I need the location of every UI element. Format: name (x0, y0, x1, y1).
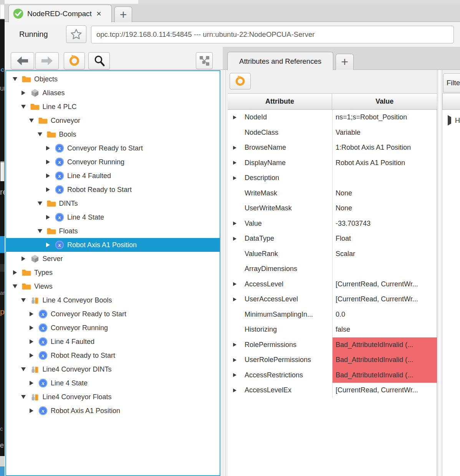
attribute-row[interactable]: ValueRankScalar (228, 246, 437, 262)
attribute-name-cell[interactable]: Description (228, 170, 332, 186)
tree-item[interactable]: Line4 Conveyor DINTs (6, 362, 220, 376)
tree-item[interactable]: Types (6, 266, 220, 279)
tree-item[interactable]: xConveyor Ready to Start (6, 141, 220, 155)
attribute-value-cell[interactable]: None (332, 186, 437, 201)
expand-arrow[interactable] (232, 116, 238, 119)
attribute-value-cell[interactable]: None (332, 201, 437, 216)
expand-arrow[interactable] (232, 146, 238, 150)
new-tab-button[interactable]: + (114, 7, 132, 22)
attribute-name-cell[interactable]: Historizing (228, 322, 332, 337)
tree-item[interactable]: DINTs (6, 197, 220, 210)
attribute-value-cell[interactable]: Bad_AttributeIdInvalid (... (332, 337, 437, 353)
expand-arrow[interactable] (45, 215, 51, 220)
attribute-row[interactable]: NodeIdns=1;s=Robot_Position (228, 110, 437, 125)
expand-arrow[interactable] (45, 160, 51, 164)
attribute-value-cell[interactable]: Bad_AttributeIdInvalid (... (332, 352, 437, 368)
new-attributes-tab-button[interactable]: + (336, 54, 354, 70)
tree-item[interactable]: xConveyor Running (6, 321, 220, 335)
expand-arrow[interactable] (37, 132, 43, 136)
attribute-name-cell[interactable]: AccessLevel (228, 277, 332, 292)
tree-item[interactable]: Objects (6, 72, 220, 86)
server-address-field[interactable]: opc.tcp://192.168.0.114:54845 --- urn:ub… (91, 26, 454, 43)
attribute-name-cell[interactable]: NodeClass (228, 125, 332, 140)
expand-arrow[interactable] (37, 229, 43, 233)
expand-arrow[interactable] (28, 381, 35, 385)
attribute-row[interactable]: DisplayNameRobot Axis A1 Position (228, 155, 437, 171)
search-button[interactable] (88, 52, 110, 69)
expand-arrow[interactable] (37, 202, 43, 205)
attribute-row[interactable]: Historizingfalse (228, 322, 437, 337)
attribute-value-cell[interactable]: Bad_AttributeIdInvalid (... (332, 368, 437, 383)
attribute-value-cell[interactable]: Float (332, 231, 437, 246)
tree-item[interactable]: Line4 Conveyor Floats (6, 390, 220, 404)
tab-attributes-and-references[interactable]: Attributes and References (227, 52, 333, 70)
tab-nodered-compact[interactable]: NodeRED-Compact × (8, 5, 112, 22)
references-filter[interactable]: Filte (443, 73, 460, 93)
attribute-row[interactable]: MinimumSamplingIn...0.0 (228, 307, 437, 322)
expand-arrow[interactable] (45, 174, 51, 178)
attribute-value-cell[interactable]: ns=1;s=Robot_Position (332, 110, 437, 125)
expand-arrow[interactable] (448, 117, 451, 124)
tree-item[interactable]: xLine 4 State (6, 210, 220, 224)
attribute-name-cell[interactable]: DisplayName (228, 155, 332, 171)
expand-arrow[interactable] (45, 243, 51, 247)
expand-arrow[interactable] (232, 237, 238, 241)
attribute-row[interactable]: UserAccessLevel[CurrentRead, CurrentWr..… (228, 292, 437, 307)
tree-item[interactable]: xLine 4 Faulted (6, 335, 220, 349)
expand-arrow[interactable] (20, 105, 26, 109)
attribute-row[interactable]: Description (228, 170, 437, 186)
expand-arrow[interactable] (28, 326, 35, 330)
attribute-name-cell[interactable]: WriteMask (228, 186, 332, 201)
tree-item[interactable]: xRobot Ready to Start (6, 183, 220, 197)
expand-arrow[interactable] (232, 358, 238, 362)
attribute-row[interactable]: Value-33.703743 (228, 216, 437, 231)
tree-item[interactable]: Floats (6, 224, 220, 238)
tree-item[interactable]: Aliases (6, 86, 220, 100)
expand-arrow[interactable] (232, 343, 238, 347)
attribute-row[interactable]: UserRolePermissionsBad_AttributeIdInvali… (228, 352, 437, 368)
expand-arrow[interactable] (232, 388, 238, 392)
expand-arrow[interactable] (28, 312, 35, 316)
tree-item[interactable]: xConveyor Running (6, 155, 220, 169)
column-header-attribute[interactable]: Attribute (228, 93, 332, 110)
expand-arrow[interactable] (232, 373, 238, 377)
attribute-value-cell[interactable]: [CurrentRead, CurrentWr... (332, 383, 437, 398)
attribute-row[interactable]: RolePermissionsBad_AttributeIdInvalid (.… (228, 337, 437, 353)
expand-arrow[interactable] (232, 176, 238, 180)
expand-arrow[interactable] (20, 91, 26, 95)
expand-arrow[interactable] (12, 270, 18, 275)
attribute-name-cell[interactable]: Value (228, 216, 332, 231)
attribute-name-cell[interactable]: UserWriteMask (228, 201, 332, 216)
attribute-row[interactable]: NodeClassVariable (228, 125, 437, 140)
expand-arrow[interactable] (232, 161, 238, 165)
attribute-value-cell[interactable] (332, 261, 437, 277)
attribute-row[interactable]: BrowseName1:Robot Axis A1 Position (228, 140, 437, 155)
expand-arrow[interactable] (20, 256, 26, 261)
attribute-value-cell[interactable]: -33.703743 (332, 216, 437, 231)
tree-item[interactable]: xRobot Ready to Start (6, 349, 220, 362)
attribute-value-cell[interactable]: false (332, 322, 437, 337)
attribute-value-cell[interactable]: 1:Robot Axis A1 Position (332, 140, 437, 155)
expand-arrow[interactable] (12, 284, 18, 288)
expand-arrow[interactable] (20, 367, 26, 371)
expand-arrow[interactable] (232, 298, 238, 301)
attribute-name-cell[interactable]: RolePermissions (228, 337, 332, 353)
attribute-row[interactable]: DataTypeFloat (228, 231, 437, 246)
attribute-row[interactable]: AccessLevel[CurrentRead, CurrentWr... (228, 277, 437, 292)
attribute-value-cell[interactable]: [CurrentRead, CurrentWr... (332, 277, 437, 292)
tree-item[interactable]: xRobot Axis A1 Position (6, 404, 220, 418)
attributes-refresh-button[interactable] (230, 73, 251, 89)
panel-splitter[interactable] (220, 70, 228, 476)
expand-arrow[interactable] (28, 353, 35, 358)
tree-item[interactable]: Conveyor (6, 114, 220, 127)
tree-item[interactable]: xRobot Axis A1 Position (6, 238, 220, 252)
attribute-row[interactable]: ArrayDimensions (228, 261, 437, 277)
attribute-name-cell[interactable]: NodeId (228, 110, 332, 125)
attribute-name-cell[interactable]: ValueRank (228, 246, 332, 262)
forward-button[interactable] (35, 52, 59, 69)
attribute-value-cell[interactable]: Variable (332, 125, 437, 140)
expand-arrow[interactable] (232, 221, 238, 225)
references-row[interactable]: H (442, 113, 460, 128)
favorite-button[interactable] (66, 25, 86, 43)
expand-arrow[interactable] (28, 339, 35, 344)
